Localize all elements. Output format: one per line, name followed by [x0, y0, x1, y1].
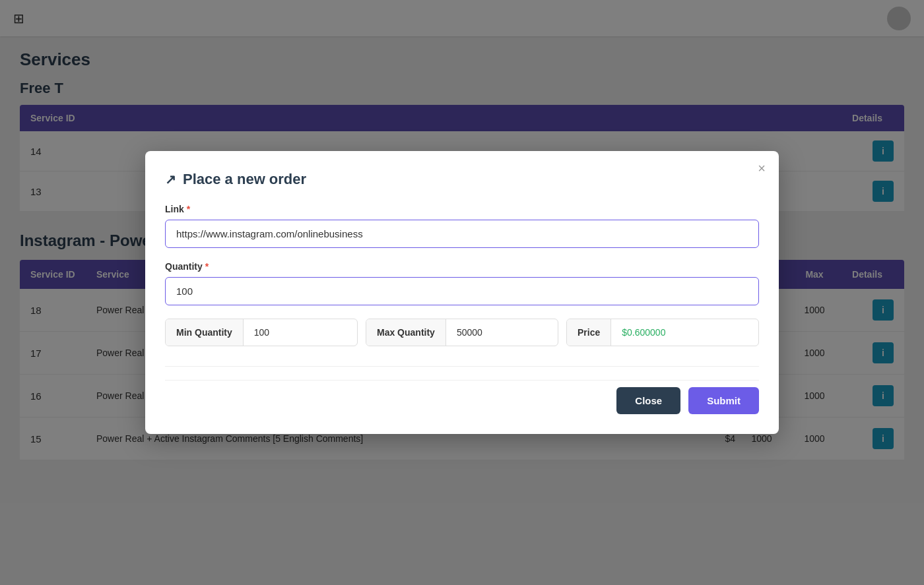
price-label: Price	[567, 319, 611, 346]
max-quantity-value: 50000	[446, 319, 558, 346]
submit-button[interactable]: Submit	[688, 387, 759, 414]
price-field: Price $0.600000	[566, 319, 759, 346]
quantity-label: Quantity *	[165, 261, 759, 272]
place-order-modal: × ↗ Place a new order Link * Quantity * …	[145, 151, 779, 434]
modal-footer: Close Submit	[165, 380, 759, 414]
required-indicator: *	[205, 261, 209, 272]
modal-overlay: × ↗ Place a new order Link * Quantity * …	[0, 0, 924, 585]
modal-divider	[165, 366, 759, 367]
max-quantity-label: Max Quantity	[366, 319, 446, 346]
min-quantity-field: Min Quantity 100	[165, 319, 358, 346]
order-icon: ↗	[165, 171, 176, 187]
modal-close-button[interactable]: ×	[758, 162, 766, 175]
min-quantity-label: Min Quantity	[166, 319, 244, 346]
max-quantity-field: Max Quantity 50000	[366, 319, 558, 346]
close-button[interactable]: Close	[616, 387, 680, 414]
order-info-row: Min Quantity 100 Max Quantity 50000 Pric…	[165, 319, 759, 346]
required-indicator: *	[187, 204, 190, 214]
quantity-input[interactable]	[165, 277, 759, 305]
min-quantity-value: 100	[244, 319, 357, 346]
link-label: Link *	[165, 204, 759, 214]
modal-title-text: Place a new order	[183, 171, 306, 188]
price-value: $0.600000	[611, 319, 758, 346]
modal-title: ↗ Place a new order	[165, 171, 759, 188]
link-input[interactable]	[165, 220, 759, 248]
